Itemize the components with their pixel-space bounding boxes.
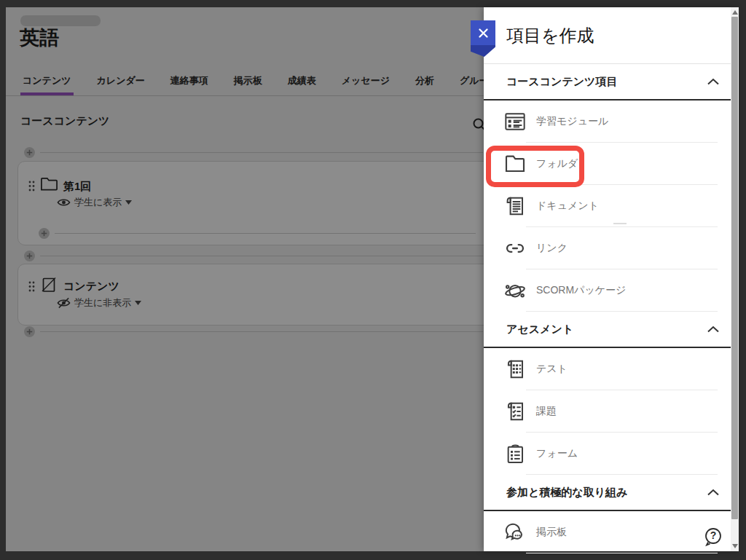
help-glyph: ?: [702, 529, 724, 541]
row-divider: [526, 311, 718, 312]
close-icon[interactable]: [471, 20, 495, 45]
scrollbar-up-arrow-icon[interactable]: [732, 10, 738, 15]
screen: 英語 コンテンツ カレンダー 連絡事項 掲示板 成績表 メッセージ 分析 グルー…: [0, 0, 746, 560]
discussion-icon: [503, 521, 527, 544]
document-icon: [503, 194, 527, 218]
panel-scrollbar[interactable]: [731, 7, 739, 551]
panel-item-document[interactable]: ドキュメント: [484, 185, 739, 227]
section-assessment[interactable]: アセスメント: [484, 312, 739, 348]
panel-item-label: 掲示板: [536, 526, 567, 539]
panel-item-folder[interactable]: フォルダ: [484, 143, 739, 185]
assignment-icon: [503, 400, 527, 423]
panel-item-label: 課題: [536, 405, 557, 418]
learning-module-icon: [503, 110, 527, 133]
panel-item-label: SCORMパッケージ: [536, 284, 626, 297]
panel-item-scorm[interactable]: SCORMパッケージ: [484, 269, 739, 312]
row-divider: [526, 553, 718, 553]
row-divider: [526, 474, 718, 475]
panel-header: 項目を作成: [484, 7, 739, 64]
help-icon[interactable]: ?: [702, 526, 724, 548]
panel-item-label: リンク: [536, 242, 568, 255]
panel-item-learning-module[interactable]: 学習モジュール: [484, 100, 739, 143]
panel-item-label: フォーム: [536, 447, 578, 460]
chevron-up-icon: [707, 78, 720, 85]
section-participation[interactable]: 参加と積極的な取り組み: [484, 475, 739, 511]
panel-item-label: 学習モジュール: [536, 115, 608, 128]
panel-item-label: フォルダ: [536, 157, 578, 170]
scorm-icon: [503, 279, 527, 302]
section-title: コースコンテンツ項目: [506, 75, 617, 89]
panel-item-label: ドキュメント: [536, 200, 599, 213]
create-item-panel: 項目を作成 コースコンテンツ項目 学習モジュール フォルダ ドキュメント リンク: [484, 7, 739, 551]
form-icon: [503, 442, 527, 465]
chevron-up-icon: [707, 326, 720, 333]
scrollbar-down-arrow-icon[interactable]: [732, 544, 738, 548]
link-icon: [503, 237, 527, 260]
chevron-up-icon: [707, 489, 720, 496]
folder-icon: [503, 152, 527, 176]
panel-item-assignment[interactable]: 課題: [484, 390, 739, 433]
section-course-content-items[interactable]: コースコンテンツ項目: [484, 64, 739, 100]
panel-item-test[interactable]: テスト: [484, 348, 739, 390]
tooltip-artifact: [613, 223, 627, 224]
panel-item-link[interactable]: リンク: [484, 227, 739, 269]
scrollbar-thumb[interactable]: [731, 17, 738, 519]
panel-item-form[interactable]: フォーム: [484, 433, 739, 475]
panel-item-label: テスト: [536, 363, 568, 376]
section-title: アセスメント: [506, 323, 573, 336]
panel-item-discussion-board[interactable]: 掲示板: [484, 511, 739, 553]
panel-title: 項目を作成: [506, 24, 594, 47]
test-icon: [503, 358, 527, 381]
section-title: 参加と積極的な取り組み: [506, 486, 627, 500]
